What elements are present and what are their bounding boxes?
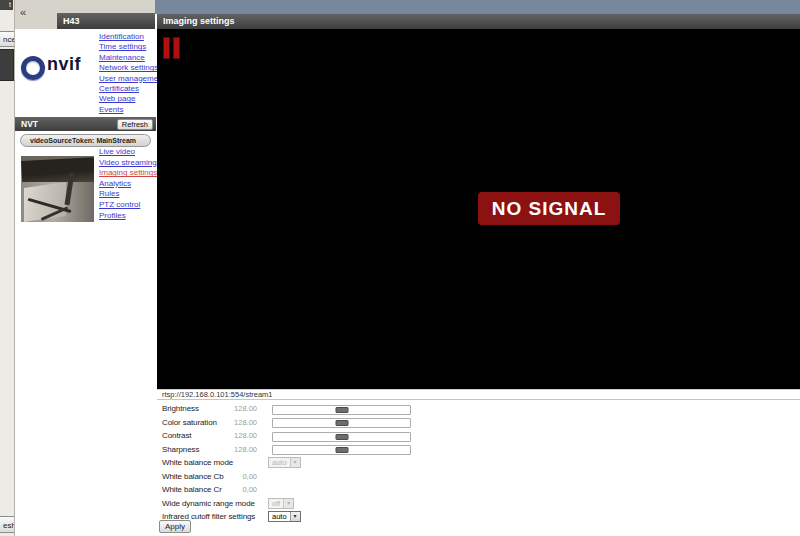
setting-value: 128.00	[211, 416, 257, 430]
slider-thumb[interactable]	[335, 420, 348, 426]
window-tab: t	[0, 0, 13, 10]
setting-row-infrared-cutoff-filter-settings: Infrared cutoff filter settingsauto▾	[157, 510, 800, 524]
nvt-link-video-streaming[interactable]: Video streaming	[99, 158, 157, 169]
nvt-title: NVT	[21, 119, 38, 129]
setting-select[interactable]: auto▾	[268, 511, 301, 522]
setting-row-white-balance-mode: White balance modeauto▾	[157, 456, 800, 470]
nvt-link-ptz-control[interactable]: PTZ control	[99, 200, 157, 211]
setting-row-color-saturation: Color saturation128.00	[157, 416, 800, 430]
device-link-user-management[interactable]: User management	[99, 74, 165, 84]
setting-row-brightness: Brightness128.00	[157, 402, 800, 416]
nvt-section-header: NVT Refresh	[15, 117, 156, 131]
setting-select: auto▾	[268, 457, 301, 468]
device-link-network-settings[interactable]: Network settings	[99, 63, 165, 73]
setting-row-sharpness: Sharpness128.00	[157, 443, 800, 457]
preview-box	[0, 49, 14, 81]
setting-label: White balance mode	[162, 456, 233, 470]
thumb-ceiling-shape	[21, 156, 94, 185]
slider-thumb[interactable]	[335, 407, 348, 413]
setting-label: Sharpness	[162, 443, 199, 457]
setting-value: 0,00	[211, 483, 257, 497]
device-link-events[interactable]: Events	[99, 105, 165, 115]
setting-select: off▾	[268, 498, 294, 509]
device-links: IdentificationTime settingsMaintenanceNe…	[99, 32, 165, 115]
nvt-link-live-video[interactable]: Live video	[99, 147, 157, 158]
apply-button[interactable]: Apply	[159, 520, 191, 533]
device-link-certificates[interactable]: Certificates	[99, 84, 165, 94]
setting-value: 0,00	[211, 470, 257, 484]
imaging-settings-panel: rtsp://192.168.0.101:554/stream1 Brightn…	[157, 389, 800, 536]
settings-rows: Brightness128.00Color saturation128.00Co…	[157, 402, 800, 524]
sidebar-top-strip	[15, 0, 155, 14]
setting-row-white-balance-cr: White balance Cr0,00	[157, 483, 800, 497]
setting-slider[interactable]	[272, 445, 411, 455]
setting-label: Contrast	[162, 429, 191, 443]
chevron-down-icon: ▾	[290, 458, 300, 467]
camera-preview-thumbnail	[21, 156, 94, 222]
setting-row-wide-dynamic-range-mode: Wide dynamic range modeoff▾	[157, 497, 800, 511]
pause-icon	[163, 37, 180, 59]
setting-slider[interactable]	[272, 405, 411, 415]
nvt-link-profiles[interactable]: Profiles	[99, 211, 157, 222]
refresh-button[interactable]: Refresh	[117, 119, 153, 130]
device-link-identification[interactable]: Identification	[99, 32, 165, 42]
onvif-logo: nvif	[21, 53, 101, 83]
chevron-down-icon: ▾	[283, 499, 293, 508]
collapse-sidebar-button[interactable]: «	[20, 7, 26, 18]
background-window-strip: t ncel esh	[0, 0, 14, 536]
main-top-strip	[155, 0, 800, 14]
setting-row-white-balance-cb: White balance Cb0,00	[157, 470, 800, 484]
slider-thumb[interactable]	[335, 434, 348, 440]
video-area: NO SIGNAL	[157, 29, 800, 389]
setting-row-contrast: Contrast128.00	[157, 429, 800, 443]
setting-value: 128.00	[211, 402, 257, 416]
setting-slider[interactable]	[272, 418, 411, 428]
nvt-link-analytics[interactable]: Analytics	[99, 179, 157, 190]
no-signal-badge: NO SIGNAL	[478, 192, 620, 225]
chevron-down-icon: ▾	[290, 512, 300, 521]
setting-value: 128.00	[211, 443, 257, 457]
device-link-time-settings[interactable]: Time settings	[99, 42, 165, 52]
page-title: Imaging settings	[157, 14, 800, 29]
setting-label: Color saturation	[162, 416, 217, 430]
sidebar: « H43 nvif IdentificationTime settingsMa…	[14, 0, 155, 536]
select-value: auto	[269, 458, 290, 467]
device-title: H43	[57, 13, 155, 29]
setting-slider[interactable]	[272, 432, 411, 442]
stream-url: rtsp://192.168.0.101:554/stream1	[157, 389, 800, 400]
setting-label: Wide dynamic range mode	[162, 497, 255, 511]
nvt-link-rules[interactable]: Rules	[99, 189, 157, 200]
nvt-link-imaging-settings[interactable]: Imaging settings	[99, 168, 157, 179]
device-link-web-page[interactable]: Web page	[99, 94, 165, 104]
setting-label: Brightness	[162, 402, 199, 416]
onvif-logo-text: nvif	[47, 54, 81, 75]
select-value: off	[269, 499, 283, 508]
video-source-selector[interactable]: videoSourceToken: MainStream	[20, 134, 151, 147]
onvif-o-icon	[21, 56, 45, 80]
setting-value: 128.00	[211, 429, 257, 443]
slider-thumb[interactable]	[335, 447, 348, 453]
nvt-links: Live videoVideo streamingImaging setting…	[99, 147, 157, 221]
select-value: auto	[269, 512, 290, 521]
device-link-maintenance[interactable]: Maintenance	[99, 53, 165, 63]
